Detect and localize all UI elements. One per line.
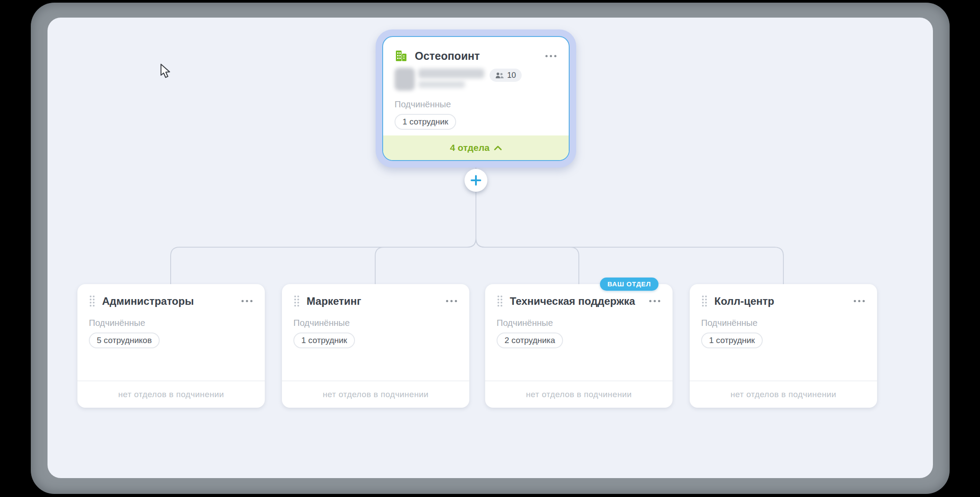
department-title: Колл-центр <box>714 295 853 307</box>
subordinates-label: Подчинённые <box>701 318 866 328</box>
department-card-4[interactable]: Колл-центр Подчинённые 1 сотрудник нет о… <box>690 284 877 408</box>
department-title: Техническая поддержка <box>510 295 648 307</box>
department-card-2[interactable]: Маркетинг Подчинённые 1 сотрудник нет от… <box>282 284 469 408</box>
drag-handle-icon[interactable] <box>293 295 300 307</box>
department-menu-button[interactable] <box>853 297 866 305</box>
people-count: 10 <box>507 71 516 80</box>
subordinates-label: Подчинённые <box>395 99 557 110</box>
your-department-badge: ВАШ ОТДЕЛ <box>600 278 658 291</box>
no-subdepartments-note: нет отделов в подчинении <box>485 380 673 408</box>
department-menu-button[interactable] <box>648 297 661 305</box>
department-card-1[interactable]: Администраторы Подчинённые 5 сотрудников… <box>77 284 265 408</box>
employees-chip[interactable]: 2 сотрудника <box>497 333 563 348</box>
drag-handle-icon[interactable] <box>497 295 503 307</box>
people-icon <box>495 72 504 79</box>
blurred-avatar <box>395 68 415 91</box>
department-menu-button[interactable] <box>445 297 458 305</box>
ellipsis-icon <box>854 300 856 302</box>
department-card-3[interactable]: ВАШ ОТДЕЛ Техническая поддержка Подчинён… <box>485 284 673 408</box>
no-subdepartments-note: нет отделов в подчинении <box>282 380 469 408</box>
employees-chip[interactable]: 1 сотрудник <box>293 333 355 348</box>
blurred-head-name <box>418 69 484 88</box>
subordinates-label: Подчинённые <box>293 318 458 328</box>
add-department-button[interactable] <box>464 169 487 192</box>
company-card[interactable]: Остеопоинт <box>382 36 570 161</box>
no-subdepartments-note: нет отделов в подчинении <box>690 380 877 408</box>
department-menu-button[interactable] <box>241 297 253 305</box>
ellipsis-icon <box>649 300 651 302</box>
department-title: Администраторы <box>102 295 241 307</box>
screenshot-stage: Остеопоинт <box>0 0 980 497</box>
company-menu-button[interactable] <box>545 52 557 60</box>
departments-toggle[interactable]: 4 отдела <box>383 135 569 160</box>
department-title: Маркетинг <box>307 295 445 307</box>
no-subdepartments-note: нет отделов в подчинении <box>77 380 265 408</box>
root-card-selection-ring: Остеопоинт <box>376 29 576 168</box>
departments-toggle-label: 4 отдела <box>450 143 490 153</box>
employees-chip[interactable]: 5 сотрудников <box>89 333 160 348</box>
employees-chip[interactable]: 1 сотрудник <box>395 114 456 130</box>
people-count-badge[interactable]: 10 <box>490 69 522 82</box>
company-building-icon <box>395 49 408 62</box>
subordinates-label: Подчинённые <box>89 318 253 328</box>
ellipsis-icon <box>545 55 548 57</box>
drag-handle-icon[interactable] <box>701 295 708 307</box>
employees-chip[interactable]: 1 сотрудник <box>701 333 763 348</box>
ellipsis-icon <box>446 300 448 302</box>
subordinates-label: Подчинённые <box>497 318 661 328</box>
drag-handle-icon[interactable] <box>89 295 95 307</box>
company-title: Остеопоинт <box>415 50 545 62</box>
chevron-up-icon <box>494 146 502 150</box>
ellipsis-icon <box>241 300 244 302</box>
